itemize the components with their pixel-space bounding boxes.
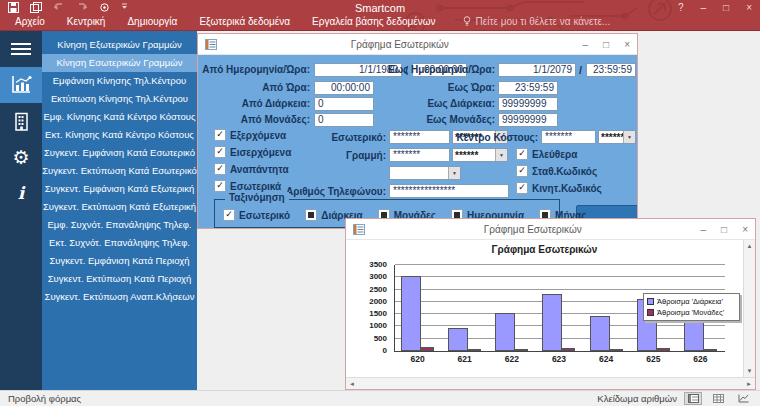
sidebar-item[interactable]: Συγκεντ. Εκτύπωση Κατά Περιοχή xyxy=(42,270,197,288)
save-icon[interactable] xyxy=(8,2,19,13)
form-properties-icon[interactable] xyxy=(30,2,42,13)
checkbox-box: ✓ xyxy=(214,146,226,158)
chart-close-button[interactable]: × xyxy=(742,224,748,235)
bar-group xyxy=(395,265,442,351)
cost-center-input[interactable]: ******* xyxy=(541,130,596,144)
scroll-up-icon[interactable]: ▲ xyxy=(747,243,753,249)
status-bar: Προβολή φόρμας Κλείδωμα αριθμών xyxy=(0,390,760,406)
field-label: Κέντρο Κόστους: xyxy=(426,132,538,144)
dropdown-arrow-icon[interactable]: ▼ xyxy=(623,131,635,143)
bar-monades[interactable] xyxy=(610,349,623,351)
bar-monades[interactable] xyxy=(657,348,670,351)
bar-monades[interactable] xyxy=(562,348,575,351)
code-checkbox[interactable]: ✓Κινητ.Κωδικός xyxy=(516,182,602,194)
horizontal-scrollbar[interactable]: ◄ ► xyxy=(346,377,755,389)
bar-diarkeia[interactable] xyxy=(590,316,610,351)
info-section-icon[interactable]: i xyxy=(0,175,42,211)
sidebar-item[interactable]: Συγκεντ. Εμφάνιση Κατά Εσωτερικό xyxy=(42,144,197,162)
field-label: Εως Διάρκεια: xyxy=(348,98,495,110)
datasheet-view-button[interactable] xyxy=(709,392,727,405)
range-to-input[interactable]: 99999999 xyxy=(498,97,558,111)
bar-diarkeia[interactable] xyxy=(401,276,421,351)
hamburger-menu-icon[interactable] xyxy=(0,31,42,67)
sidebar-item[interactable]: Εμφ. Συχνότ. Επανάληψης Τηλεφ. xyxy=(42,216,197,234)
sidebar-item[interactable]: Εκτ. Κίνησης Κατά Κέντρο Κόστους xyxy=(42,126,197,144)
extra-combo[interactable]: ▼ xyxy=(389,166,461,180)
sidebar-item[interactable]: Συγκεντ. Εκτύπωση Κατά Εξωτερική xyxy=(42,198,197,216)
checkbox-box: ✓ xyxy=(214,163,226,175)
ribbon-tab-0[interactable]: Αρχείο xyxy=(4,13,56,30)
code-checkbox[interactable]: ✓Ελεύθερα xyxy=(516,148,577,160)
scroll-down-icon[interactable]: ▼ xyxy=(747,368,753,374)
phone-number-input[interactable]: **************** xyxy=(389,184,509,198)
ribbon-tab-4[interactable]: Εργαλεία βάσης δεδομένων xyxy=(301,13,446,30)
sidebar-item[interactable]: Συγκεντ. Εμφάνιση Κατά Εξωτερική xyxy=(42,180,197,198)
bar-monades[interactable] xyxy=(515,349,528,351)
sidebar-item[interactable]: Κίνηση Εξωτερικών Γραμμών xyxy=(42,36,197,54)
sidebar-item[interactable]: Εμφ. Κίνησης Κατά Κέντρο Κόστους xyxy=(42,108,197,126)
minimize-button[interactable]: – xyxy=(701,1,707,14)
scroll-right-icon[interactable]: ► xyxy=(746,381,752,387)
cost-center-combo[interactable]: ******▼ xyxy=(598,130,636,144)
form-close-button[interactable]: × xyxy=(624,39,630,50)
form-window-titlebar[interactable]: Γράφημα Εσωτερικών – □ × xyxy=(198,34,637,55)
undo-icon[interactable] xyxy=(53,2,65,13)
sort-option[interactable]: ✓Εσωτερικό xyxy=(223,209,290,221)
bar-monades[interactable] xyxy=(468,349,481,351)
bar-diarkeia[interactable] xyxy=(448,328,468,351)
bar-diarkeia[interactable] xyxy=(542,294,562,351)
dropdown-arrow-icon[interactable]: ▼ xyxy=(448,167,460,179)
restore-button[interactable]: □ xyxy=(723,1,729,14)
sidebar-item[interactable]: Εμφάνιση Κίνησης Τηλ.Κέντρου xyxy=(42,72,197,90)
range-to-input[interactable]: 23:59:59 xyxy=(498,81,558,95)
chart-section-icon[interactable] xyxy=(0,67,42,103)
form-minimize-button[interactable]: – xyxy=(583,39,589,50)
ribbon-tabs: ΑρχείοΚεντρικήΔημιουργίαΕξωτερικά δεδομέ… xyxy=(4,13,447,30)
code-checkbox[interactable]: ✓Σταθ.Κωδικός xyxy=(516,165,597,177)
gear-settings-icon[interactable]: ⚙ xyxy=(0,139,42,175)
x-category-label: 623 xyxy=(535,354,582,364)
sidebar-item[interactable]: Εκτ. Συχνότ. Επανάληψης Τηλεφ. xyxy=(42,234,197,252)
help-button[interactable]: ? xyxy=(678,1,684,14)
bar-monades[interactable] xyxy=(421,347,434,351)
ribbon-tab-2[interactable]: Δημιουργία xyxy=(116,13,188,30)
sidebar-item[interactable]: Συγκεντ. Εκτύπωση Κατά Εσωτερικό xyxy=(42,162,197,180)
ribbon-tab-1[interactable]: Κεντρική xyxy=(56,13,117,30)
line-input[interactable]: ******* xyxy=(389,148,450,162)
chart-window-titlebar[interactable]: Γράφημα Εσωτερικών – □ × xyxy=(346,219,755,240)
call-type-checkbox[interactable]: ✓Αναπάντητα xyxy=(214,163,289,175)
date-to-input[interactable]: 1/1/2079 xyxy=(498,63,576,77)
form-window-controls: – □ × xyxy=(583,39,630,50)
redo-icon[interactable] xyxy=(76,2,88,13)
checkbox-label: Αναπάντητα xyxy=(230,164,289,175)
qat-customize-icon[interactable] xyxy=(121,3,128,12)
form-view-button[interactable] xyxy=(684,392,702,405)
chart-view-button[interactable] xyxy=(734,392,752,405)
time-to-input[interactable]: 23:59:59 xyxy=(586,63,636,77)
slash-separator: / xyxy=(579,63,582,77)
vertical-scrollbar[interactable]: ▲ ▼ xyxy=(743,240,755,377)
building-section-icon[interactable] xyxy=(0,103,42,139)
ribbon-tab-3[interactable]: Εξωτερικά δεδομένα xyxy=(188,13,301,30)
chart-y-axis: 0500100015002000250030003500 xyxy=(346,265,390,351)
line-combo[interactable]: ******▼ xyxy=(452,148,508,162)
checkbox-box: ✓ xyxy=(516,165,528,177)
dropdown-arrow-icon[interactable]: ▼ xyxy=(495,149,507,161)
tell-me-box[interactable]: Πείτε μου τι θέλετε να κάνετε... xyxy=(463,16,611,27)
sidebar-item[interactable]: Συγκεντ. Εμφάνιση Κατά Περιοχή xyxy=(42,252,197,270)
close-button[interactable]: × xyxy=(746,1,752,14)
chart-restore-button[interactable]: □ xyxy=(721,224,727,235)
scroll-left-icon[interactable]: ◄ xyxy=(349,381,355,387)
y-tick-label: 1000 xyxy=(369,321,387,330)
range-to-input[interactable]: 99999999 xyxy=(498,113,558,127)
sidebar-item[interactable]: Εκτύπωση Κίνησης Τηλ.Κέντρου xyxy=(42,90,197,108)
sidebar-item[interactable]: Κίνηση Εσωτερικών Γραμμών xyxy=(42,54,197,72)
bar-diarkeia[interactable] xyxy=(495,313,515,351)
touch-mode-icon[interactable] xyxy=(99,2,110,13)
sidebar-item[interactable]: Συγκεντ. Εκτύπωση Αναπ.Κλήσεων xyxy=(42,288,197,306)
window-controls: ? – □ × xyxy=(678,1,752,14)
chart-minimize-button[interactable]: – xyxy=(701,224,707,235)
chart: Γράφημα Εσωτερικών 050010001500200025003… xyxy=(346,240,743,377)
bar-monades[interactable] xyxy=(704,349,717,351)
form-restore-button[interactable]: □ xyxy=(603,39,609,50)
